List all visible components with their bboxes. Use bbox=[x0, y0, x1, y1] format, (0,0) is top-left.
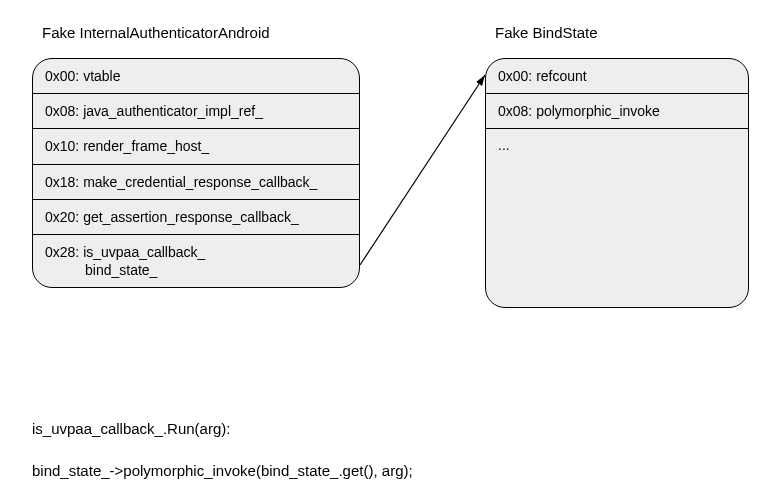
left-box-title: Fake InternalAuthenticatorAndroid bbox=[42, 24, 270, 41]
left-row-3: 0x18: make_credential_response_callback_ bbox=[33, 165, 359, 200]
left-struct-box: 0x00: vtable 0x08: java_authenticator_im… bbox=[32, 58, 360, 288]
left-row-4: 0x20: get_assertion_response_callback_ bbox=[33, 200, 359, 235]
right-filler: ... bbox=[486, 129, 748, 161]
left-row-1: 0x08: java_authenticator_impl_ref_ bbox=[33, 94, 359, 129]
right-row-0: 0x00: refcount bbox=[486, 59, 748, 94]
left-row-2: 0x10: render_frame_host_ bbox=[33, 129, 359, 164]
code-line-2: bind_state_->polymorphic_invoke(bind_sta… bbox=[32, 462, 413, 479]
right-box-title: Fake BindState bbox=[495, 24, 598, 41]
left-row-5: 0x28: is_uvpaa_callback_ bind_state_ bbox=[33, 235, 359, 287]
svg-line-0 bbox=[360, 75, 485, 265]
right-row-1: 0x08: polymorphic_invoke bbox=[486, 94, 748, 129]
left-row-0: 0x00: vtable bbox=[33, 59, 359, 94]
left-row-5-line2: bind_state_ bbox=[45, 261, 347, 279]
left-row-5-line1: 0x28: is_uvpaa_callback_ bbox=[45, 244, 205, 260]
code-line-1: is_uvpaa_callback_.Run(arg): bbox=[32, 420, 230, 437]
right-struct-box: 0x00: refcount 0x08: polymorphic_invoke … bbox=[485, 58, 749, 308]
